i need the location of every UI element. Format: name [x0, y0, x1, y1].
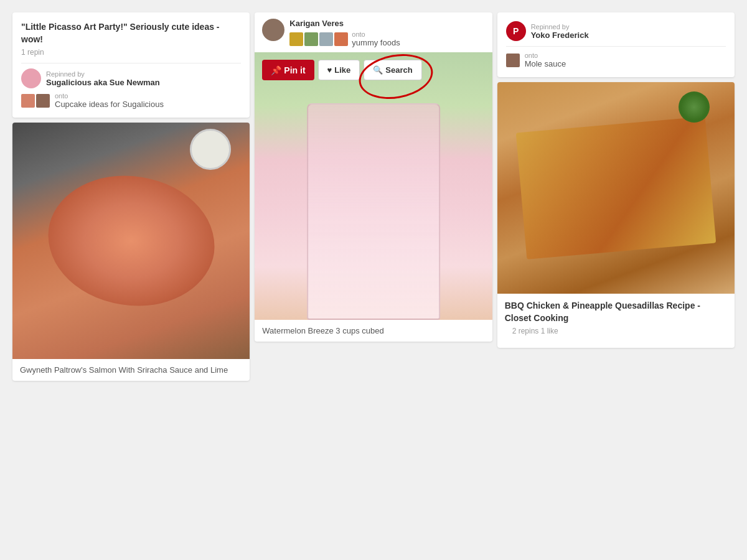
onto-board-k: yummy foods — [352, 38, 400, 47]
onto-row: onto yummy foods — [289, 30, 484, 47]
onto-section: onto Cupcake ideas for Sugalicious — [21, 92, 241, 109]
avatar-sugalicious — [21, 68, 41, 88]
repinned-by-yoko: P Repinned by Yoko Frederick — [506, 21, 726, 41]
repinned-by-section: Repinned by Sugalicious aka Sue Newman — [21, 68, 241, 88]
onto-avatar-1 — [21, 94, 35, 108]
onto-avatar-k4 — [334, 32, 348, 46]
onto-avatars-karigan — [289, 32, 348, 46]
user-info: Karigan Veres onto yummy foods — [289, 19, 484, 47]
repinned-label-yoko: Repinned by — [531, 23, 589, 30]
pin-title: "Little Picasso Art Party!" Seriously cu… — [21, 21, 241, 45]
onto-text-yoko: onto Mole sauce — [525, 52, 566, 68]
onto-label-k: onto — [352, 30, 400, 38]
salmon-caption: Gwyneth Paltrow's Salmon With Sriracha S… — [20, 365, 242, 375]
user-name: Karigan Veres — [289, 19, 484, 28]
pinterest-logo: P — [513, 26, 519, 36]
pinterest-page: "Little Picasso Art Party!" Seriously cu… — [0, 0, 747, 560]
search-button-wrapper: 🔍 Search — [364, 60, 421, 80]
pin-meta-salmon: Gwyneth Paltrow's Salmon With Sriracha S… — [12, 359, 250, 381]
heart-icon: ♥ — [327, 65, 332, 75]
repinner-name: Sugalicious aka Sue Newman — [46, 78, 160, 87]
onto-section-yoko: onto Mole sauce — [506, 52, 726, 68]
repinned-info-yoko: Repinned by Yoko Frederick — [531, 23, 589, 40]
user-avatar-karigan — [262, 19, 284, 41]
pin-card-karigan: Karigan Veres onto yummy foods — [255, 12, 492, 342]
onto-avatar-2 — [36, 94, 50, 108]
divider — [21, 63, 241, 63]
pin-card-quesadilla: BBQ Chicken & Pineapple Quesadillas Reci… — [497, 82, 735, 348]
onto-avatars — [21, 94, 50, 108]
search-label: Search — [385, 65, 412, 75]
divider-yoko — [506, 46, 726, 47]
column-3: P Repinned by Yoko Frederick onto Mole s… — [497, 12, 735, 548]
onto-board-y: Mole sauce — [525, 59, 566, 68]
pinit-label: Pin it — [284, 65, 305, 75]
repinned-info: Repinned by Sugalicious aka Sue Newman — [46, 70, 160, 87]
onto-avatar-k2 — [304, 32, 318, 46]
pin-card-salmon: Gwyneth Paltrow's Salmon With Sriracha S… — [12, 123, 250, 381]
onto-text: onto Cupcake ideas for Sugalicious — [55, 92, 164, 109]
salmon-image — [12, 123, 250, 359]
repinner-name-yoko: Yoko Frederick — [531, 30, 589, 40]
pin-repins: 1 repin — [21, 48, 241, 57]
like-label: Like — [334, 65, 350, 75]
search-icon: 🔍 — [373, 65, 383, 75]
columns-wrapper: "Little Picasso Art Party!" Seriously cu… — [0, 0, 747, 560]
onto-label: onto — [55, 92, 164, 100]
pin-icon: 📌 — [271, 65, 281, 75]
repinned-label: Repinned by — [46, 70, 160, 78]
like-button[interactable]: ♥ Like — [318, 60, 360, 80]
onto-label-y: onto — [525, 52, 566, 59]
drink-image — [255, 52, 492, 320]
quesadilla-stats: 2 repins 1 like — [505, 327, 727, 342]
search-button[interactable]: 🔍 Search — [364, 60, 421, 80]
pin-card-art-party: "Little Picasso Art Party!" Seriously cu… — [12, 12, 250, 118]
drink-pin-meta: Watermelon Breeze 3 cups cubed — [255, 320, 492, 342]
drink-caption: Watermelon Breeze 3 cups cubed — [262, 326, 484, 335]
onto-avatar-k3 — [319, 32, 333, 46]
onto-board: Cupcake ideas for Sugalicious — [55, 100, 164, 109]
onto-avatar-y1 — [506, 54, 520, 67]
avatar-yoko: P — [506, 21, 526, 41]
pin-buttons-overlay: 📌 Pin it ♥ Like 🔍 Search — [262, 60, 421, 80]
onto-avatar-k1 — [289, 32, 303, 46]
quesadilla-title: BBQ Chicken & Pineapple Quesadillas Reci… — [505, 300, 727, 324]
pin-header: Karigan Veres onto yummy foods — [255, 12, 492, 52]
column-1: "Little Picasso Art Party!" Seriously cu… — [12, 12, 250, 548]
pin-meta-quesadilla: BBQ Chicken & Pineapple Quesadillas Reci… — [497, 294, 735, 348]
onto-avatars-yoko — [506, 54, 520, 67]
pinit-button[interactable]: 📌 Pin it — [262, 60, 314, 80]
pin-card-yoko: P Repinned by Yoko Frederick onto Mole s… — [497, 12, 735, 77]
quesadilla-image — [497, 82, 735, 294]
drink-image-container: 📌 Pin it ♥ Like 🔍 Search — [255, 52, 492, 320]
onto-text-karigan: onto yummy foods — [352, 30, 400, 47]
column-2: Karigan Veres onto yummy foods — [255, 12, 492, 548]
